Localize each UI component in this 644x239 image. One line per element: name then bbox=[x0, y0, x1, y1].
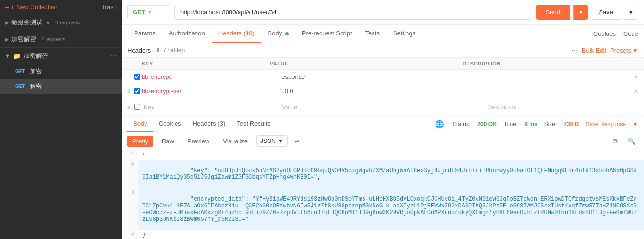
code-line-2: 2 "key": "noO3pJnQouk5uNrAS2yoHEGPd+bG9b… bbox=[122, 160, 644, 188]
body-tab-dot bbox=[285, 32, 289, 35]
resp-tab-body[interactable]: Body bbox=[127, 116, 153, 132]
tab-authorization[interactable]: Authorization bbox=[162, 25, 212, 43]
tab-body[interactable]: Body bbox=[261, 25, 295, 43]
request-tabs-row: Params Authorization Headers (10) Body P… bbox=[122, 25, 644, 43]
presets-btn[interactable]: Presets ▼ bbox=[610, 47, 638, 54]
line-num-2: 2 bbox=[122, 160, 138, 188]
hidden-count: 👁 7 hidden bbox=[156, 47, 185, 54]
sidebar: + + New Collection Trash ▶ 微服务测试 ★ 6 req… bbox=[0, 0, 122, 239]
row2-checkbox[interactable] bbox=[134, 88, 140, 94]
send-button[interactable]: Send bbox=[536, 5, 570, 20]
row1-value[interactable]: response bbox=[280, 73, 486, 80]
sidebar-group-title: 微服务测试 bbox=[11, 18, 42, 27]
resp-tab-test-results[interactable]: Test Results bbox=[231, 116, 276, 132]
format-visualize-btn[interactable]: Visualize bbox=[218, 136, 252, 147]
globe-icon[interactable]: 🌐 bbox=[435, 120, 444, 129]
row1-checkbox[interactable] bbox=[134, 74, 140, 80]
json-enc-label: "encrypted_data": bbox=[177, 196, 252, 203]
bulk-edit-btn[interactable]: Bulk Edit bbox=[582, 47, 606, 54]
plus-icon: + bbox=[5, 3, 9, 11]
tab-headers[interactable]: Headers (10) bbox=[212, 25, 261, 43]
url-input[interactable] bbox=[174, 5, 532, 20]
tab-tests[interactable]: Tests bbox=[359, 25, 386, 43]
close-icon2[interactable]: × bbox=[634, 87, 638, 95]
request-bar: GET ▼ Send ▼ Save ▼ bbox=[122, 0, 644, 25]
sidebar-group-header-weifuwu[interactable]: ▶ 微服务测试 ★ 6 requests bbox=[0, 14, 122, 31]
tab-params[interactable]: Params bbox=[127, 25, 162, 43]
sidebar-item-jiemi[interactable]: GET 解密 bbox=[0, 79, 122, 94]
code-line-1: 1 { bbox=[122, 150, 644, 160]
headers-table-header: KEY VALUE DESCRIPTION bbox=[122, 58, 644, 70]
actions-col-header bbox=[591, 61, 638, 66]
line-content-3: "encrypted_data": "YfHy3iaWE49RYds193zHw… bbox=[138, 188, 644, 230]
row1-close[interactable]: × bbox=[624, 73, 638, 81]
row2-key[interactable]: bb-encrypt-ver bbox=[142, 87, 280, 95]
row2-check-col: ≡ bbox=[127, 88, 142, 94]
response-format-bar: Pretty Raw Preview Visualize JSON ▼ ⇌ ⧉ … bbox=[122, 132, 644, 150]
drag-icon: ≡ bbox=[127, 74, 130, 80]
empty-key-cell[interactable]: Key bbox=[142, 101, 280, 112]
sidebar-folder-title: 加密解密 bbox=[23, 52, 48, 60]
method-select[interactable]: GET ▼ bbox=[127, 5, 170, 19]
line-content-2: "key": "noO3pJnQouk5uNrAS2yoHEGPd+bG9bqu… bbox=[138, 160, 644, 188]
format-pretty-btn[interactable]: Pretty bbox=[127, 136, 153, 147]
format-preview-btn[interactable]: Preview bbox=[183, 136, 214, 147]
method-text: GET bbox=[133, 9, 145, 16]
sidebar-group-jiami: ▶ 加密解密 2 requests bbox=[0, 31, 122, 48]
json-key-label: "key": bbox=[177, 167, 214, 174]
more-icon[interactable]: ··· bbox=[571, 46, 578, 54]
sidebar-folder-header[interactable]: ▼ 📁 加密解密 ··· bbox=[0, 48, 122, 64]
header-row-2: ≡ bb-encrypt-ver 1.0.0 × bbox=[122, 84, 644, 98]
method-badge-get2: GET bbox=[13, 83, 27, 89]
tab-settings[interactable]: Settings bbox=[386, 25, 422, 43]
save-button[interactable]: Save bbox=[592, 5, 620, 20]
response-tabs-row: Body Cookies Headers (3) Test Results 🌐 … bbox=[122, 116, 644, 132]
save-response-btn[interactable]: Save Response bbox=[585, 121, 626, 128]
line-content-4: } bbox=[138, 230, 644, 239]
wrap-icon-btn[interactable]: ⇌ bbox=[291, 136, 302, 146]
copy-icon-btn[interactable]: ⧉ bbox=[610, 136, 621, 147]
tab-prerequest[interactable]: Pre-request Script bbox=[295, 25, 359, 43]
format-raw-btn[interactable]: Raw bbox=[157, 136, 179, 147]
resp-tab-headers[interactable]: Headers (3) bbox=[187, 116, 231, 132]
response-body[interactable]: 1 { 2 "key": "noO3pJnQouk5uNrAS2yoHEGPd+… bbox=[122, 150, 644, 239]
line-num-1: 1 bbox=[122, 150, 138, 160]
row2-close[interactable]: × bbox=[624, 87, 638, 95]
cookies-link[interactable]: Cookies bbox=[593, 30, 616, 37]
row1-key[interactable]: bb-encrypt bbox=[142, 73, 280, 80]
sidebar-group-header-jiami[interactable]: ▶ 加密解密 2 requests bbox=[0, 31, 122, 47]
line-num-3: 3 bbox=[122, 188, 138, 230]
resp-tab-cookies[interactable]: Cookies bbox=[153, 116, 187, 132]
sidebar-item-jiami[interactable]: GET 加密 bbox=[0, 64, 122, 79]
sidebar-item-jiami-label: 加密 bbox=[30, 67, 42, 76]
size-value: 739 B bbox=[563, 121, 579, 128]
search-icon-btn[interactable]: 🔍 bbox=[624, 136, 638, 146]
drag-icon3: ≡ bbox=[127, 104, 130, 110]
empty-value-cell[interactable]: Value bbox=[280, 101, 486, 112]
line-content-1: { bbox=[138, 150, 644, 160]
folder-icon: 📁 bbox=[13, 53, 21, 60]
status-label: Status: bbox=[453, 121, 470, 128]
format-type-select[interactable]: JSON ▼ bbox=[256, 135, 288, 147]
sidebar-item-jiemi-label: 解密 bbox=[30, 82, 42, 90]
send-dropdown-button[interactable]: ▼ bbox=[573, 5, 588, 20]
save-dropdown-button[interactable]: ▼ bbox=[624, 5, 638, 20]
save-response-dropdown[interactable]: ▼ bbox=[633, 121, 638, 128]
headers-table: KEY VALUE DESCRIPTION ≡ bb-encrypt respo… bbox=[122, 58, 644, 116]
method-badge-get: GET bbox=[13, 68, 27, 75]
code-link[interactable]: Code bbox=[623, 30, 638, 37]
time-label: Time: bbox=[504, 121, 518, 128]
sidebar-group-weifuwu: ▶ 微服务测试 ★ 6 requests bbox=[0, 14, 122, 31]
empty-checkbox[interactable] bbox=[134, 104, 140, 110]
headers-sub-label: Headers bbox=[127, 47, 151, 54]
time-value: 9 ms bbox=[524, 121, 537, 128]
folder-menu-icon[interactable]: ··· bbox=[111, 52, 117, 60]
new-collection-button[interactable]: + + New Collection bbox=[5, 3, 58, 11]
response-status-row: 🌐 Status: 200 OK Time: 9 ms Size: 739 B … bbox=[435, 120, 638, 129]
trash-button[interactable]: Trash bbox=[101, 3, 117, 11]
key-col-header: KEY bbox=[142, 61, 270, 66]
empty-desc-cell[interactable]: Description bbox=[486, 101, 624, 112]
sidebar-toolbar: + + New Collection Trash bbox=[0, 0, 122, 14]
close-icon[interactable]: × bbox=[634, 73, 638, 81]
row2-value[interactable]: 1.0.0 bbox=[280, 87, 486, 95]
